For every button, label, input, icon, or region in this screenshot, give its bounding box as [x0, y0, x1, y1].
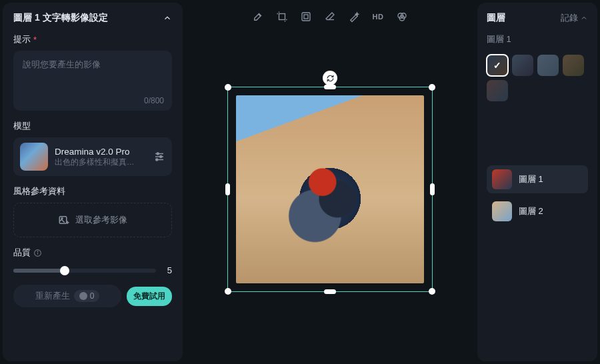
resize-handle-bl[interactable]	[225, 288, 231, 295]
quality-slider[interactable]	[13, 269, 156, 273]
resize-handle-rm[interactable]	[430, 183, 435, 195]
svg-point-5	[156, 159, 158, 161]
tool-hd[interactable]: HD	[368, 7, 388, 27]
model-thumb	[20, 143, 48, 171]
tool-effects[interactable]	[392, 7, 412, 27]
chevron-up-icon	[163, 13, 172, 23]
canvas-area[interactable]: HD	[185, 0, 475, 364]
style-ref-label: 風格參考資料	[13, 185, 172, 197]
svg-point-3	[157, 153, 159, 155]
quality-value: 5	[163, 265, 172, 275]
variation-thumb-3[interactable]	[537, 55, 559, 76]
layer-thumb	[492, 169, 512, 189]
regenerate-row: 重新產生 0 免費試用	[13, 285, 172, 307]
tool-crop[interactable]	[272, 7, 292, 27]
resize-handle-br[interactable]	[429, 288, 435, 295]
right-panel: 圖層 記錄 圖層 1 圖層 1 圖層 2	[477, 3, 597, 361]
select-reference-button[interactable]: 選取參考影像	[13, 203, 172, 237]
prompt-input[interactable]	[23, 59, 163, 95]
layer-name: 圖層 1	[519, 173, 543, 185]
layers-title: 圖層	[487, 12, 505, 24]
prompt-counter: 0/800	[144, 96, 164, 105]
selection-box[interactable]	[227, 87, 433, 292]
svg-point-12	[37, 251, 38, 251]
layer-item-1[interactable]: 圖層 1	[487, 165, 588, 193]
prompt-section: 提示* 0/800	[13, 33, 172, 111]
refresh-button[interactable]	[323, 71, 337, 85]
free-trial-button[interactable]: 免費試用	[127, 287, 172, 306]
model-desc: 出色的多樣性和擬真…	[55, 157, 147, 167]
credit-icon	[79, 292, 87, 300]
layers-list: 圖層 1 圖層 2	[487, 165, 588, 225]
svg-rect-13	[279, 14, 285, 20]
prompt-label: 提示*	[13, 33, 172, 45]
regenerate-button[interactable]: 重新產生 0	[13, 285, 121, 307]
panel-title: 圖層 1 文字轉影像設定	[13, 12, 108, 24]
svg-point-7	[61, 218, 63, 219]
canvas-toolbar: HD	[248, 7, 412, 27]
resize-handle-tm[interactable]	[324, 85, 336, 89]
panel-header[interactable]: 圖層 1 文字轉影像設定	[13, 12, 172, 24]
tool-eraser[interactable]	[320, 7, 340, 27]
layer-thumb	[492, 201, 512, 221]
model-name: Dreamina v2.0 Pro	[55, 147, 147, 157]
svg-rect-14	[302, 13, 310, 21]
resize-handle-tl[interactable]	[225, 84, 231, 91]
model-section: 模型 Dreamina v2.0 Pro 出色的多樣性和擬真…	[13, 120, 172, 176]
variation-thumb-5[interactable]	[487, 80, 508, 101]
style-ref-section: 風格參考資料 選取參考影像	[13, 185, 172, 237]
svg-rect-15	[304, 15, 308, 19]
quality-label-row: 品質	[13, 247, 172, 259]
variation-thumb-4[interactable]	[563, 55, 584, 76]
canvas-image	[236, 95, 424, 283]
model-label: 模型	[13, 120, 172, 132]
model-selector[interactable]: Dreamina v2.0 Pro 出色的多樣性和擬真…	[13, 137, 172, 176]
current-layer-label: 圖層 1	[487, 33, 588, 45]
quality-section: 品質 5	[13, 247, 172, 275]
history-button[interactable]: 記錄	[561, 12, 588, 24]
svg-point-4	[160, 156, 162, 158]
tool-magic[interactable]	[344, 7, 364, 27]
variation-thumb-2[interactable]	[512, 55, 533, 76]
credit-badge: 0	[74, 290, 100, 302]
sliders-icon[interactable]	[153, 151, 165, 163]
resize-handle-tr[interactable]	[429, 84, 435, 91]
layers-header: 圖層 記錄	[487, 12, 588, 24]
layer-item-2[interactable]: 圖層 2	[487, 197, 588, 225]
info-icon[interactable]	[33, 249, 42, 257]
chevron-up-icon	[580, 14, 588, 22]
required-asterisk: *	[33, 35, 37, 45]
selected-layer[interactable]	[227, 87, 433, 292]
left-panel: 圖層 1 文字轉影像設定 提示* 0/800 模型 Dreamina v2.0 …	[3, 3, 183, 361]
quality-label: 品質	[13, 247, 31, 259]
tool-brush[interactable]	[248, 7, 268, 27]
resize-handle-bm[interactable]	[324, 289, 336, 294]
resize-handle-lm[interactable]	[225, 183, 230, 195]
tool-frame[interactable]	[296, 7, 316, 27]
variation-thumb-1[interactable]	[487, 55, 508, 76]
image-plus-icon	[58, 214, 70, 226]
variation-thumbnails	[487, 55, 588, 101]
layer-name: 圖層 2	[519, 205, 543, 217]
